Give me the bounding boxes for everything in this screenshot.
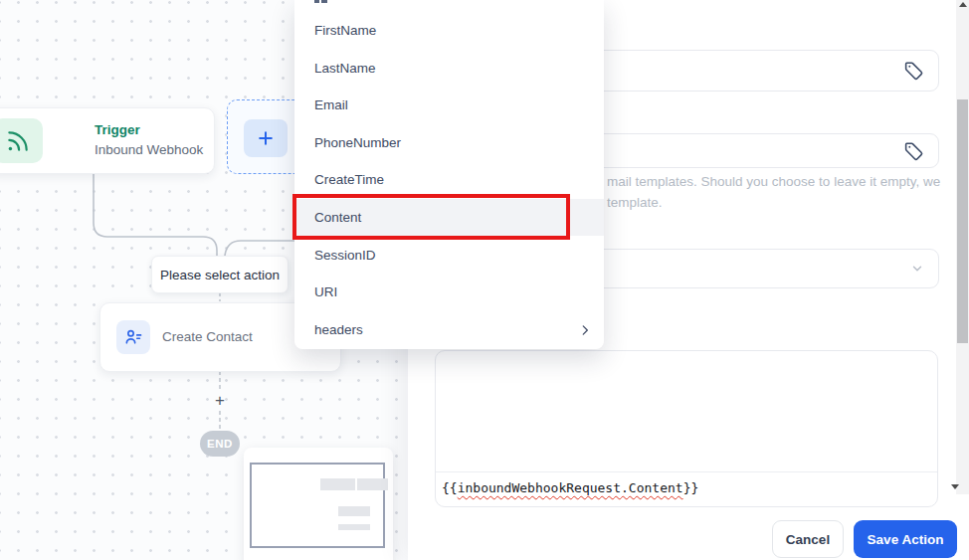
menu-item-firstname[interactable]: FirstName	[314, 23, 376, 38]
helper-text-line2: template.	[607, 195, 663, 210]
template-variable: inboundWebhookRequest.Content	[458, 480, 683, 495]
scroll-up-arrow-icon[interactable]	[959, 2, 967, 7]
chevron-right-icon	[578, 323, 592, 337]
menu-item-sessionid[interactable]: SessionID	[314, 248, 376, 263]
create-contact-label: Create Contact	[162, 329, 253, 344]
scroll-down-arrow-icon[interactable]	[951, 484, 959, 489]
select-action-node[interactable]: Please select action	[151, 256, 289, 293]
menu-item-lastname[interactable]: LastName	[314, 61, 376, 76]
menu-item-email[interactable]: Email	[314, 97, 348, 112]
minimap-placeholder-bar	[338, 506, 370, 516]
editor-content[interactable]: {{inboundWebhookRequest.Content}}	[442, 480, 698, 495]
menu-item-createtime[interactable]: CreateTime	[314, 172, 384, 187]
webhook-signal-icon	[0, 118, 43, 163]
minimap-placeholder-bar	[357, 478, 388, 490]
end-badge: END	[200, 431, 240, 457]
editor-toolbar: B I U Verdana 16px Paragra...	[436, 351, 937, 472]
workflow-editor: Trigger Inbound Webhook Add Please selec…	[0, 0, 969, 560]
select-action-label: Please select action	[160, 268, 280, 282]
template-brace: }}	[683, 480, 699, 495]
chevron-down-icon	[910, 262, 924, 276]
tag-icon[interactable]	[903, 61, 924, 82]
annotation-highlight-box	[292, 194, 570, 240]
menu-item-headers[interactable]: headers	[314, 322, 363, 337]
trigger-title: Trigger	[95, 122, 140, 137]
minimap-placeholder-bar	[338, 524, 370, 530]
save-action-button[interactable]: Save Action	[854, 520, 957, 558]
helper-text-line1: mail templates. Should you choose to lea…	[607, 174, 940, 189]
person-lines-icon	[116, 320, 150, 354]
variable-dropdown-menu: FirstName LastName Email PhoneNumber Cre…	[294, 0, 604, 349]
cancel-button[interactable]: Cancel	[772, 520, 844, 558]
menu-item-uri[interactable]: URI	[314, 284, 337, 299]
minimap-card[interactable]	[244, 448, 393, 560]
minimap-viewport	[250, 463, 385, 548]
scrollbar-thumb[interactable]	[957, 99, 968, 343]
template-brace: {{	[442, 480, 458, 495]
insert-step-plus-icon[interactable]: +	[211, 392, 229, 410]
second-field[interactable]	[557, 133, 939, 168]
subject-field[interactable]	[557, 50, 939, 92]
trigger-subtitle: Inbound Webhook	[95, 142, 203, 157]
tag-icon[interactable]	[903, 140, 924, 161]
trigger-node[interactable]: Trigger Inbound Webhook	[0, 107, 215, 174]
plus-icon	[244, 119, 288, 157]
rich-text-editor[interactable]: B I U Verdana 16px Paragra...	[435, 350, 938, 507]
minimap-placeholder-bar	[320, 478, 355, 490]
template-select[interactable]	[557, 249, 939, 288]
menu-item-phonenumber[interactable]: PhoneNumber	[314, 135, 401, 150]
panel-scrollbar[interactable]	[956, 0, 969, 494]
